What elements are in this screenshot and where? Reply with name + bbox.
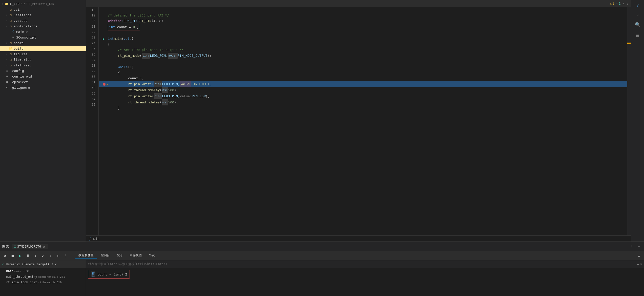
scrollbar[interactable] — [627, 7, 631, 235]
sidebar-item-config[interactable]: ≡ .config — [0, 68, 86, 73]
step-over-btn[interactable]: ↓ — [32, 253, 38, 259]
param-mode-label: mode: — [168, 53, 178, 59]
tab-peripheral[interactable]: 外设 — [146, 252, 158, 259]
sidebar-item-board[interactable]: › □ board — [0, 40, 86, 46]
macro-name: LED3_PIN — [122, 18, 138, 24]
debug-chip-icon: ⬡ — [14, 245, 16, 248]
sidebar-item-settings[interactable]: › □ .settings — [0, 12, 86, 18]
while-close: ) — [132, 64, 134, 70]
right-panel: ⚡ ✕ 🔍 ⊞ — [631, 0, 644, 242]
add-watch-icon[interactable]: + — [637, 262, 639, 266]
boxed-declaration: int count = 0 ; — [108, 24, 140, 30]
sidebar-item-label: .cproject — [10, 80, 28, 84]
step-into-btn[interactable]: ↙ — [40, 253, 46, 259]
sidebar-item-gitignore[interactable]: ⊙ .gitignore — [0, 85, 86, 90]
tab-console[interactable]: 控制台 — [98, 252, 113, 259]
func-mdelay-32: rt_thread_mdelay — [128, 87, 160, 93]
tab-memory[interactable]: 内存视图 — [127, 252, 145, 259]
stop-btn[interactable]: ■ — [10, 253, 16, 259]
stack-main-location: main.c:31 — [14, 270, 30, 273]
macro-args: (A, 8) — [151, 18, 163, 24]
stack-item-main[interactable]: main main.c:31 — [0, 268, 86, 274]
chevron-right-icon: › — [5, 52, 9, 56]
tab-gdb[interactable]: GDB — [114, 253, 126, 259]
paren-open-31: ( — [152, 81, 154, 87]
pause-btn[interactable]: ⏸ — [25, 253, 31, 259]
count-increment: count++; — [128, 76, 144, 81]
paren-32: ( — [160, 87, 162, 93]
param-pin-label: pin: — [142, 53, 150, 59]
gutter-31: → — [103, 81, 108, 87]
param-pin-label-33: pin: — [154, 93, 162, 99]
folder-icon: □ — [9, 24, 13, 28]
sidebar-item-build[interactable]: › 📁 build — [0, 46, 86, 51]
folder-icon: □ — [9, 18, 13, 23]
sidebar-item-figures[interactable]: › □ figures — [0, 51, 86, 57]
watch-dropdown-icon[interactable]: ∨ — [640, 263, 642, 266]
watch-placeholder[interactable]: 对表达式求值(Enter)或添加监视(Ctrl+Shift+Enter) — [88, 262, 637, 266]
sidebar-item-config-old[interactable]: ≡ .config.old — [0, 73, 86, 79]
chevron-right-icon: › — [5, 41, 9, 45]
sidebar-item-label: applications — [14, 24, 37, 28]
brace-open-29: { — [118, 70, 120, 76]
sidebar-item-cproject[interactable]: ≡ .cproject — [0, 79, 86, 85]
sidebar-item-sconscript[interactable]: ≡ SConscript — [0, 34, 86, 40]
code-container: 18 19 20 21 22 23 24 25 26 27 28 29 30 3… — [86, 7, 631, 235]
sidebar-item-libraries[interactable]: › □ libraries — [0, 57, 86, 62]
step-out-btn[interactable]: ↗ — [48, 253, 54, 259]
stack-item-main-thread[interactable]: main_thread_entry components.c:201 — [0, 274, 86, 280]
arrow-up-icon[interactable]: ∧ — [623, 2, 625, 5]
minimize-btn[interactable]: ─ — [636, 244, 642, 250]
code-line-20: #define LED3_PIN GET_PIN (A, 8) — [103, 18, 623, 24]
sidebar-item-label: libraries — [14, 58, 31, 62]
sidebar-item-label: .gitignore — [10, 86, 30, 89]
sidebar-item-vscode[interactable]: › □ .vscode — [0, 18, 86, 23]
tab-threads[interactable]: 线程和变量 — [75, 252, 97, 259]
param-pin-value-33: LED3_PIN, — [162, 94, 180, 99]
code-line-21: int count = 0 ; — [103, 24, 623, 30]
search-icon[interactable]: 🔍 — [633, 20, 642, 29]
sidebar-root[interactable]: ▾ 📁 1_LED F:\RTT_Project\1_LED — [0, 1, 86, 7]
code-line-25: /* set LED0 pin mode to output */ — [103, 47, 623, 53]
split-view-btn[interactable]: ⊞ — [636, 253, 642, 259]
restart-btn[interactable]: ↺ — [2, 253, 8, 259]
sidebar-item-main-c[interactable]: © main.c — [0, 29, 86, 34]
chevron-down-thread[interactable]: ∨ — [55, 263, 57, 266]
arrow-down-icon[interactable]: ∨ — [627, 2, 628, 5]
more-debug-btn[interactable]: ⋮ — [63, 253, 69, 259]
run-arrow-icon: ▶ — [103, 36, 105, 42]
sidebar-item-label: main.c — [16, 30, 28, 34]
filter-icon[interactable]: ⊺ — [52, 263, 53, 266]
continue-btn[interactable]: ▶ — [17, 253, 23, 259]
chevron-right-icon: › — [5, 13, 9, 17]
chevron-right-icon: › — [5, 8, 9, 11]
sidebar-item-label: SConscript — [16, 35, 36, 39]
close-icon[interactable]: ✕ — [636, 12, 639, 18]
folder-icon: □ — [9, 52, 13, 56]
sidebar-item-ci[interactable]: › □ .ci — [0, 7, 86, 12]
watch-value-text: count = {int} 2 — [97, 272, 127, 276]
sidebar-item-rt-thread[interactable]: › □ rt-thread — [0, 62, 86, 68]
debug-session-tab[interactable]: ⬡ STM32F103RCT6 ✕ — [12, 244, 48, 249]
step-back-btn[interactable]: ⇤ — [55, 253, 61, 259]
more-options-btn[interactable]: ⋮ — [629, 244, 635, 250]
breadcrumb-text: main — [92, 237, 99, 240]
main-layout: ▾ 📁 1_LED F:\RTT_Project\1_LED › □ .ci ›… — [0, 0, 644, 242]
sidebar-item-applications[interactable]: ▾ □ applications — [0, 23, 86, 29]
check-count: 1 — [619, 2, 620, 5]
stack-item-spin-lock[interactable]: rt_spin_lock_init rtthread.h:619 — [0, 280, 86, 285]
scrollbar-thumb — [627, 43, 631, 44]
param-value-label-31: value: — [180, 81, 192, 87]
file-text-icon: ≡ — [5, 74, 9, 78]
debug-threads-panel: ✓ Thread-1 (Remote target) ⊺ ∨ main main… — [0, 260, 86, 296]
param-mode-value: PIN_MODE_OUTPUT — [178, 53, 207, 59]
keyword-int2: int — [108, 36, 114, 42]
file-text-icon: ≡ — [11, 35, 15, 39]
copilot-icon[interactable]: ⚡ — [633, 1, 642, 10]
checkmark-icon: ✓ — [2, 263, 4, 266]
sidebar: ▾ 📁 1_LED F:\RTT_Project\1_LED › □ .ci ›… — [0, 0, 86, 242]
extensions-icon[interactable]: ⊞ — [633, 31, 642, 40]
param-pin-value: LED3_PIN, — [150, 53, 168, 59]
brace-open: { — [108, 42, 110, 47]
debug-session-close[interactable]: ✕ — [42, 245, 46, 249]
